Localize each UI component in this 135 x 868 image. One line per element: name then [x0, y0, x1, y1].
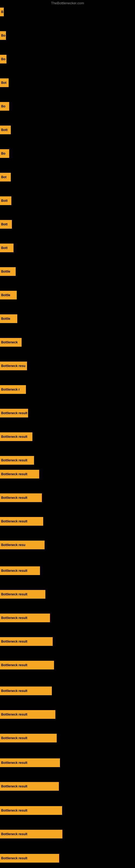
bar-item: Bo: [0, 55, 6, 63]
bar-item: Bottleneck result: [0, 614, 50, 622]
site-title: TheBottlenecker.com: [51, 1, 84, 5]
bar-item: Bottleneck result: [0, 806, 62, 815]
bar-item: Bottleneck result: [0, 432, 32, 441]
bar-label: Bottleneck resu: [1, 364, 26, 368]
bar-label: Bottleneck result: [1, 411, 27, 415]
bar-item: Bott: [0, 196, 11, 205]
bar-label: Bottleneck result: [1, 435, 27, 439]
bar-item: Bottleneck result: [0, 830, 62, 838]
bar-label: Bottleneck result: [1, 520, 27, 523]
bar-label: Bott: [1, 128, 8, 132]
bar-item: Bottleneck result: [0, 409, 28, 417]
bar-label: Bot: [1, 81, 6, 85]
bar-item: Bottle: [0, 291, 17, 300]
bar-label: Bottleneck result: [1, 736, 27, 740]
bar-item: Bottleneck result: [0, 456, 34, 465]
bar-label: Bottleneck result: [1, 689, 27, 693]
bar-item: Bot: [0, 173, 11, 182]
bar-item: Bottleneck resu: [0, 362, 27, 370]
bar-item: Bottleneck result: [0, 686, 52, 695]
bar-label: Bo: [1, 152, 5, 155]
bar-item: Bott: [0, 244, 13, 252]
bar-item: Bottleneck r: [0, 385, 26, 394]
bar-item: Bo: [0, 149, 9, 158]
bar-item: Bottleneck result: [0, 493, 42, 502]
bar-label: Bottleneck result: [1, 713, 27, 716]
bar-label: Bottleneck result: [1, 616, 27, 620]
bar-item: Bottleneck resu: [0, 540, 45, 549]
bar-label: Bottleneck result: [1, 592, 27, 596]
bar-label: B: [1, 10, 3, 14]
bar-item: Bottleneck result: [0, 854, 59, 863]
bar-item: Bottleneck result: [0, 517, 43, 526]
bar-item: Bottleneck result: [0, 470, 39, 478]
bar-item: Bottle: [0, 314, 17, 323]
bar-label: Bo: [1, 34, 5, 37]
bar-item: Bottleneck result: [0, 661, 54, 670]
bar-label: Bo: [1, 104, 5, 108]
bar-label: Bo: [1, 57, 5, 61]
bar-label: Bot: [1, 175, 6, 179]
bar-label: Bottle: [1, 270, 10, 273]
bar-label: Bottleneck: [1, 340, 17, 344]
bar-label: Bottleneck result: [1, 809, 27, 812]
bar-item: Bo: [0, 31, 6, 40]
bar-label: Bottleneck result: [1, 663, 27, 667]
bar-item: Bottleneck result: [0, 782, 59, 791]
bar-label: Bottleneck result: [1, 496, 27, 500]
bar-label: Bott: [1, 246, 8, 250]
bar-item: Bottleneck result: [0, 710, 55, 719]
bar-item: Bottleneck result: [0, 734, 57, 742]
bar-item: Bottleneck result: [0, 637, 53, 646]
bar-label: Bottleneck result: [1, 784, 27, 788]
bar-item: B: [0, 8, 4, 16]
bar-label: Bottleneck resu: [1, 543, 26, 547]
bar-item: Bo: [0, 102, 9, 111]
bar-item: Bottleneck result: [0, 566, 40, 575]
bar-label: Bottle: [1, 293, 10, 297]
bar-item: Bottleneck result: [0, 758, 60, 767]
bar-item: Bot: [0, 79, 9, 87]
bar-item: Bottleneck result: [0, 590, 45, 599]
bar-label: Bottleneck result: [1, 856, 27, 860]
bar-label: Bottleneck r: [1, 388, 20, 392]
bar-label: Bottleneck result: [1, 458, 27, 462]
bar-label: Bottleneck result: [1, 472, 27, 476]
bar-label: Bottleneck result: [1, 761, 27, 765]
bar-item: Bott: [0, 220, 12, 229]
bar-label: Bottleneck result: [1, 569, 27, 572]
bar-item: Bottleneck: [0, 338, 21, 347]
bar-label: Bottleneck result: [1, 640, 27, 643]
bar-item: Bott: [0, 126, 11, 134]
bar-label: Bott: [1, 222, 8, 226]
bar-label: Bottleneck result: [1, 832, 27, 836]
bar-item: Bottle: [0, 267, 16, 276]
bar-label: Bott: [1, 199, 8, 203]
bar-label: Bottle: [1, 317, 10, 321]
